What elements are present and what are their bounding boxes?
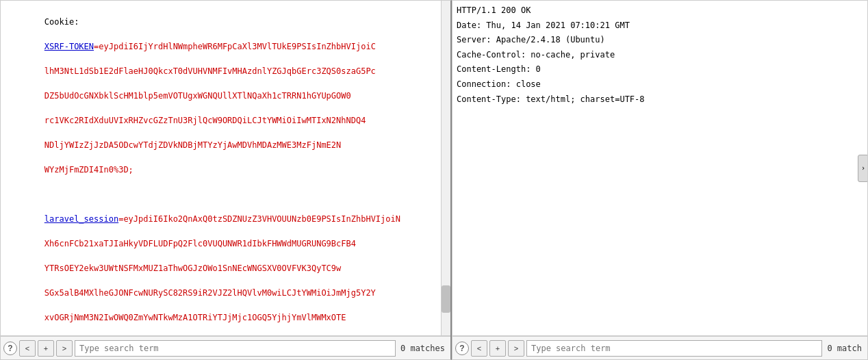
session-line5: xvOGRjNmM3N2IwOWQ0ZmYwNTkwMzA1OTRiYTJjMj… — [44, 313, 346, 322]
right-add-button[interactable]: + — [489, 340, 506, 357]
right-search-input[interactable] — [526, 340, 822, 357]
left-content-inner: Cookie: XSRF-TOKEN=eyJpdiI6IjYrdHlNWmphe… — [5, 3, 446, 333]
left-prev-button[interactable]: < — [19, 340, 36, 357]
xsrf-token-label[interactable]: XSRF-TOKEN — [44, 42, 94, 51]
session-line2: Xh6cnFCb21xaTJIaHkyVDFLUDFpQ2Flc0VUQUNWR… — [44, 239, 356, 248]
right-matches-label: 0 match — [824, 344, 865, 353]
right-content-inner: HTTP/1.1 200 OK Date: Thu, 14 Jan 2021 0… — [457, 3, 863, 333]
session-value: =eyJpdiI6Ikо2QnAxQ0tzSDZNUzZ3VHVOUUNzb0E… — [118, 214, 400, 224]
right-prev-button[interactable]: < — [471, 340, 487, 357]
left-pane: Cookie: XSRF-TOKEN=eyJpdiI6IjYrdHlNWmphe… — [0, 0, 452, 360]
xsrf-line2: lhM3NtL1dSb1E2dFlaeHJ0QkcxT0dVUHVNMFIvMH… — [44, 66, 376, 76]
http-content-type-line: Content-Type: text/html; charset=UTF-8 — [457, 92, 863, 107]
xsrf-line4: rc1VKc2RIdXduUVIxRHZvcGZzTnU3RjlQcW9ORDQ… — [44, 116, 366, 125]
right-next-button[interactable]: > — [508, 340, 524, 357]
left-matches-label: 0 matches — [398, 344, 448, 353]
http-date-line: Date: Thu, 14 Jan 2021 07:10:21 GMT — [457, 18, 863, 34]
xsrf-line5: NDljYWIzZjJzDA5ODcwYTdjZDVkNDBjMTYzYjAwM… — [44, 140, 341, 150]
left-next-button[interactable]: > — [56, 340, 73, 357]
right-search-bar: ? < + > 0 match — [452, 336, 867, 359]
http-server-line: Server: Apache/2.4.18 (Ubuntu) — [457, 33, 863, 48]
left-pane-content: Cookie: XSRF-TOKEN=eyJpdiI6IjYrdHlNWmphe… — [1, 1, 450, 336]
http-connection-line: Connection: close — [457, 77, 863, 92]
http-cache-line: Cache-Control: no-cache, private — [457, 48, 863, 63]
http-status-line: HTTP/1.1 200 OK — [457, 3, 863, 18]
left-search-input[interactable] — [75, 340, 396, 357]
session-line4: SGx5alB4MXlheGJONFcwNURySC82RS9iR2VJZ2lH… — [44, 288, 376, 298]
left-scrollbar-thumb[interactable] — [442, 285, 450, 313]
left-help-button[interactable]: ? — [3, 342, 17, 355]
xsrf-line6: WYzMjFmZDI4In0%3D; — [44, 165, 133, 175]
left-add-button[interactable]: + — [38, 340, 54, 357]
right-side-button[interactable]: › — [858, 155, 867, 182]
right-pane: HTTP/1.1 200 OK Date: Thu, 14 Jan 2021 0… — [452, 0, 868, 360]
left-text-block: Cookie: XSRF-TOKEN=eyJpdiI6IjYrdHlNWmphe… — [5, 3, 446, 333]
xsrf-token-value: =eyJpdiI6IjYrdHlNWmpheWR6MFpCaXl3MVlTUkE… — [94, 42, 376, 51]
right-pane-content: HTTP/1.1 200 OK Date: Thu, 14 Jan 2021 0… — [452, 1, 867, 336]
http-content-length-line: Content-Length: 0 — [457, 62, 863, 77]
left-search-bar: ? < + > 0 matches — [1, 336, 450, 359]
xsrf-line3: DZ5bUdOcGNXbklScHM1blp5emVOTUgxWGNQUllXT… — [44, 91, 351, 101]
left-scrollbar[interactable] — [441, 1, 450, 335]
session-label[interactable]: laravel_session — [44, 214, 118, 224]
session-line3: YTRsOEY2ekw3UWtNSFMxMUZ1aThwOGJzOWo1SnNE… — [44, 263, 341, 273]
cookie-label: Cookie: — [44, 17, 79, 27]
right-help-button[interactable]: ? — [455, 342, 469, 355]
http-header-block: HTTP/1.1 200 OK Date: Thu, 14 Jan 2021 0… — [457, 3, 863, 107]
